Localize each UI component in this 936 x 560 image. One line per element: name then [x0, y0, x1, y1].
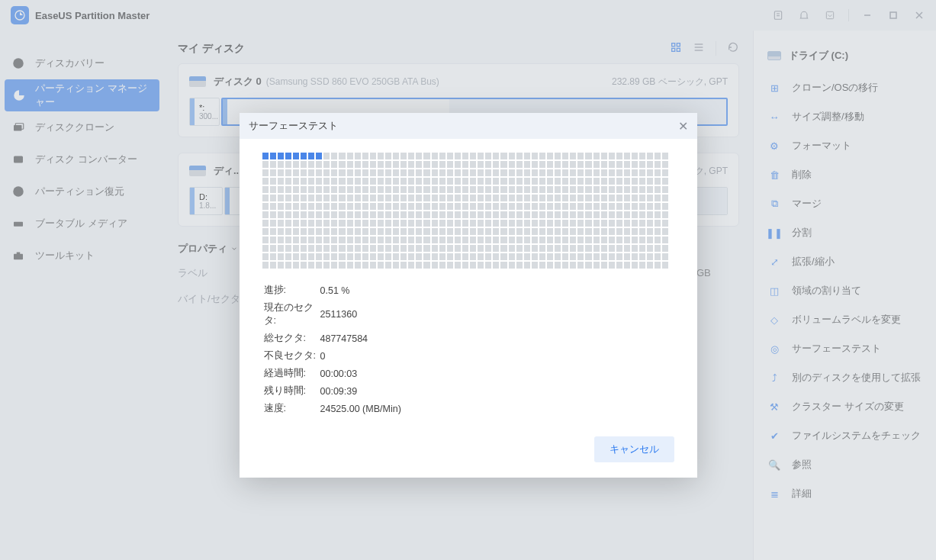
- cancel-button[interactable]: キャンセル: [594, 436, 674, 462]
- modal-title: サーフェーステスト: [249, 119, 338, 133]
- modal-overlay: サーフェーステスト ✕ 進捗:0.51 % 現在のセクタ:2511360 総セク…: [0, 0, 936, 560]
- sector-grid: [262, 153, 674, 269]
- modal-close-button[interactable]: ✕: [678, 119, 688, 134]
- surface-test-dialog: サーフェーステスト ✕ 進捗:0.51 % 現在のセクタ:2511360 総セク…: [240, 113, 697, 478]
- surface-test-stats: 進捗:0.51 % 現在のセクタ:2511360 総セクタ:487747584 …: [262, 281, 674, 418]
